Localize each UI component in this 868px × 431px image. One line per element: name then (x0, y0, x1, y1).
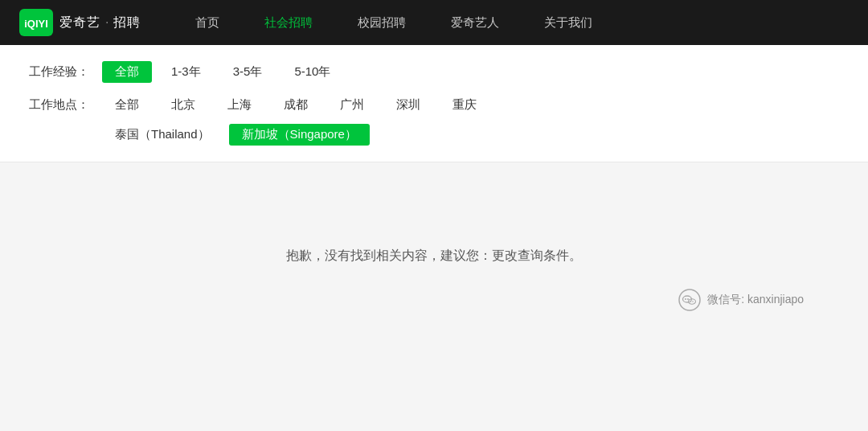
nav-item-artist[interactable]: 爱奇艺人 (428, 0, 522, 45)
logo-sub: 招聘 (113, 14, 141, 31)
nav-item-social[interactable]: 社会招聘 (242, 0, 335, 45)
loc-shenzhen[interactable]: 深圳 (383, 94, 433, 116)
logo-separator: · (105, 15, 108, 30)
experience-options: 全部 1-3年 3-5年 5-10年 (102, 61, 343, 83)
location-label: 工作地点： (29, 97, 89, 113)
exp-option-1-3[interactable]: 1-3年 (158, 61, 214, 83)
svg-point-4 (685, 298, 686, 300)
header: iQIYI 爱奇艺 · 招聘 首页 社会招聘 校园招聘 爱奇艺人 关于我们 (0, 0, 868, 45)
logo-icon: iQIYI (19, 9, 53, 36)
exp-option-5-10[interactable]: 5-10年 (281, 61, 343, 83)
loc-shanghai[interactable]: 上海 (215, 94, 264, 116)
logo-main: 爱奇艺 (59, 14, 100, 31)
loc-all[interactable]: 全部 (102, 94, 152, 116)
location-options: 全部 北京 上海 成都 广州 深圳 重庆 泰国（Thailand） 新加坡（Si… (102, 94, 489, 146)
nav-item-campus[interactable]: 校园招聘 (335, 0, 428, 45)
experience-filter-row: 工作经验： 全部 1-3年 3-5年 5-10年 (29, 61, 839, 83)
location-row-2: 泰国（Thailand） 新加坡（Singapore） (102, 124, 489, 146)
exp-option-3-5[interactable]: 3-5年 (220, 61, 276, 83)
logo-area: iQIYI 爱奇艺 · 招聘 (19, 9, 141, 36)
nav-item-about[interactable]: 关于我们 (522, 0, 615, 45)
svg-point-7 (690, 301, 692, 302)
loc-thailand[interactable]: 泰国（Thailand） (102, 124, 223, 146)
empty-message: 抱歉，没有找到相关内容，建议您：更改查询条件。 (286, 248, 582, 265)
empty-result-area: 抱歉，没有找到相关内容，建议您：更改查询条件。 微信号: kanxinjiapo (0, 162, 868, 371)
nav-item-home[interactable]: 首页 (173, 0, 242, 45)
loc-chengdu[interactable]: 成都 (271, 94, 321, 116)
nav: 首页 社会招聘 校园招聘 爱奇艺人 关于我们 (173, 0, 849, 45)
wechat-info: 微信号: kanxinjiapo (678, 289, 804, 311)
loc-guangzhou[interactable]: 广州 (327, 94, 377, 116)
loc-beijing[interactable]: 北京 (158, 94, 208, 116)
wechat-label: 微信号: kanxinjiapo (707, 293, 804, 307)
location-row-1: 全部 北京 上海 成都 广州 深圳 重庆 (102, 94, 489, 116)
filter-section: 工作经验： 全部 1-3年 3-5年 5-10年 工作地点： 全部 北京 上海 … (0, 45, 868, 162)
svg-text:iQIYI: iQIYI (24, 18, 48, 30)
loc-singapore[interactable]: 新加坡（Singapore） (229, 124, 370, 146)
wechat-icon (678, 289, 701, 311)
loc-chongqing[interactable]: 重庆 (440, 94, 489, 116)
svg-point-8 (692, 301, 694, 302)
iqiyi-logo-svg: iQIYI (21, 10, 51, 35)
exp-option-all[interactable]: 全部 (102, 61, 152, 83)
experience-label: 工作经验： (29, 64, 89, 80)
location-filter-row: 工作地点： 全部 北京 上海 成都 广州 深圳 重庆 泰国（Thailand） … (29, 94, 839, 146)
svg-point-5 (687, 298, 689, 300)
